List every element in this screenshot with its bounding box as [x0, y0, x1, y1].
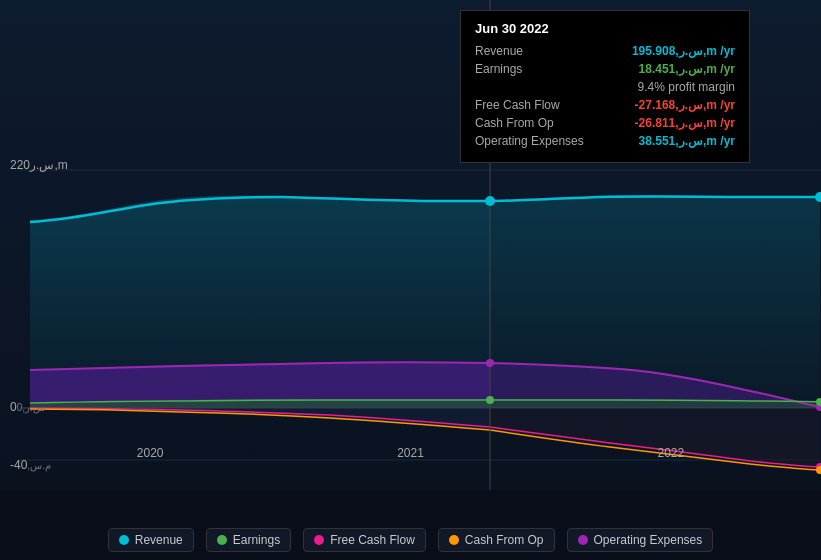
tooltip-opex-row: Operating Expenses 38.551,س.ر,m /yr: [475, 134, 735, 148]
tooltip-fcf-label: Free Cash Flow: [475, 98, 605, 112]
earnings-label: Earnings: [233, 533, 280, 547]
opex-dot: [578, 535, 588, 545]
tooltip-opex-label: Operating Expenses: [475, 134, 605, 148]
tooltip-opex-value: 38.551,س.ر,m /yr: [639, 134, 735, 148]
legend-fcf[interactable]: Free Cash Flow: [303, 528, 426, 552]
svg-point-7: [486, 396, 494, 404]
tooltip-fcf-value: -27.168,س.ر,m /yr: [635, 98, 735, 112]
tooltip-earnings-label: Earnings: [475, 62, 605, 76]
x-label-2022: 2022: [657, 446, 684, 460]
tooltip-cashfromop-label: Cash From Op: [475, 116, 605, 130]
tooltip-fcf-row: Free Cash Flow -27.168,س.ر,m /yr: [475, 98, 735, 112]
svg-point-5: [485, 196, 495, 206]
y-label-220: 220س.ر,m: [10, 158, 68, 172]
tooltip-margin-row: 9.4% profit margin: [475, 80, 735, 94]
tooltip-cashfromop-value: -26.811,س.ر,m /yr: [635, 116, 735, 130]
tooltip-earnings-value: 18.451,س.ر,m /yr: [639, 62, 735, 76]
svg-point-6: [486, 359, 494, 367]
revenue-dot: [119, 535, 129, 545]
tooltip-margin-value: 9.4% profit margin: [638, 80, 735, 94]
tooltip-revenue-value: 195.908,س.ر,m /yr: [632, 44, 735, 58]
legend-revenue[interactable]: Revenue: [108, 528, 194, 552]
opex-label: Operating Expenses: [594, 533, 703, 547]
chart-area: 220س.ر,m 0س.ر,0 -40,م.س Jun 30 2022 Reve…: [0, 0, 821, 510]
tooltip-earnings-row: Earnings 18.451,س.ر,m /yr: [475, 62, 735, 76]
x-label-2020: 2020: [137, 446, 164, 460]
tooltip-revenue-label: Revenue: [475, 44, 605, 58]
x-label-2021: 2021: [397, 446, 424, 460]
tooltip-box: Jun 30 2022 Revenue 195.908,س.ر,m /yr Ea…: [460, 10, 750, 163]
legend-earnings[interactable]: Earnings: [206, 528, 291, 552]
x-axis: 2020 2021 2022: [0, 446, 821, 460]
tooltip-date: Jun 30 2022: [475, 21, 735, 36]
legend: Revenue Earnings Free Cash Flow Cash Fro…: [0, 528, 821, 552]
legend-opex[interactable]: Operating Expenses: [567, 528, 714, 552]
y-label-0: 0س.ر,0: [10, 400, 45, 414]
legend-cashfromop[interactable]: Cash From Op: [438, 528, 555, 552]
fcf-label: Free Cash Flow: [330, 533, 415, 547]
tooltip-cashfromop-row: Cash From Op -26.811,س.ر,m /yr: [475, 116, 735, 130]
y-label-neg40: -40,م.س: [10, 458, 51, 472]
cashfromop-label: Cash From Op: [465, 533, 544, 547]
revenue-label: Revenue: [135, 533, 183, 547]
cashfromop-dot: [449, 535, 459, 545]
tooltip-revenue-row: Revenue 195.908,س.ر,m /yr: [475, 44, 735, 58]
earnings-dot: [217, 535, 227, 545]
fcf-dot: [314, 535, 324, 545]
